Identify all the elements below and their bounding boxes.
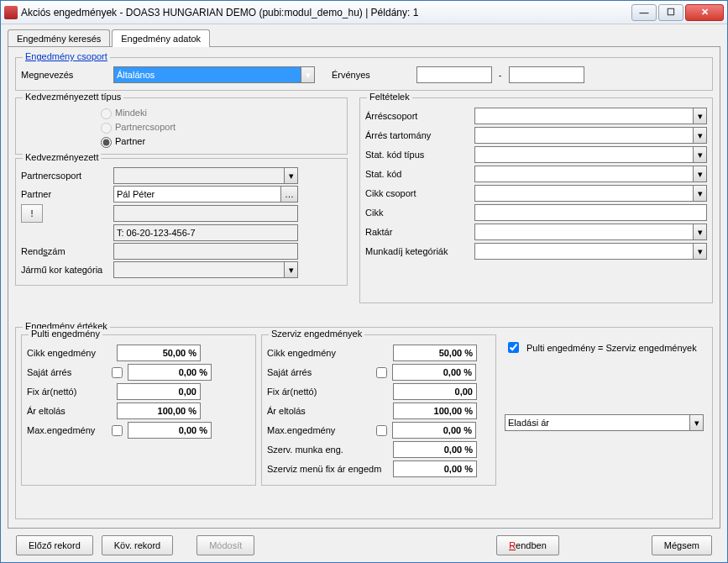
sz-fix-label: Fix ár(nettó) [267,387,393,397]
ervenyes-label: Érvényes [332,70,370,80]
sz-menu-label: Szerviz menü fix ár engedm [267,464,393,474]
cond-cikk-label: Cikk [365,208,474,218]
chevron-down-icon: ▾ [689,415,703,430]
partner-extra [113,205,298,222]
pulti-eltolas-input[interactable]: 100,00 % [117,403,201,419]
ok-button[interactable]: Rendben [496,535,559,555]
group-discount-values: Engedmény értékek Pulti engedmény Cikk e… [15,327,713,519]
app-icon [4,6,18,19]
partner-field[interactable]: Pál Péter … [113,186,298,203]
minimize-button[interactable]: — [631,4,657,21]
group-discount-group: Engedmény csoport Megnevezés Általános ▾… [15,57,713,91]
tab-data[interactable]: Engedmény adatok [112,29,210,47]
cond-arrescsoport-label: Árréscsoport [365,111,474,121]
button-bar: Előző rekord Köv. rekord Módosít Rendben… [8,529,720,562]
cond-statkod-combo[interactable]: ▾ [474,166,707,182]
cond-statkodtipus-label: Stat. kód típus [365,150,474,160]
equal-checkbox[interactable] [508,342,519,353]
group-beneficiary-type: Kedvezményezett típus Mindeki Partnercso… [15,97,348,155]
beneficiary-type-legend: Kedvezményezett típus [23,92,123,102]
pulti-cikk-label: Cikk engedmény [27,348,107,358]
tab-search[interactable]: Engedmény keresés [8,29,110,47]
cond-cikkcsop-combo[interactable]: ▾ [474,185,707,202]
jarmu-label: Jármű kor kategória [21,265,113,275]
sz-max-chk[interactable] [376,425,387,436]
radio-partnercsoport[interactable]: Partnercsoport [97,120,342,134]
titlebar: Akciós engedmények - DOAS3 HUNGARIAN DEM… [1,1,727,24]
pulti-sajat-chk[interactable] [112,367,123,378]
sz-munka-label: Szerv. munka eng. [267,445,393,455]
megnevezes-combo[interactable]: Általános ▾ [113,66,315,83]
chevron-down-icon: ▾ [284,168,297,183]
chevron-down-icon: ▾ [284,262,297,277]
cond-raktar-combo[interactable]: ▾ [474,224,707,240]
sz-sajat-input[interactable]: 0,00 % [392,364,476,381]
sz-menu-input[interactable]: 0,00 % [393,460,477,477]
pulti-cikk-input[interactable]: 50,00 % [117,345,201,361]
eladasi-ar-combo[interactable]: Eladási ár ▾ [505,414,704,431]
group-pulti: Pulti engedmény Cikk engedmény50,00 % Sa… [21,334,256,486]
cond-raktar-label: Raktár [365,227,474,237]
pulti-fix-label: Fix ár(nettó) [27,387,107,397]
rendszam-label: Rendszám [21,246,113,256]
pulti-fix-input[interactable]: 0,00 [117,383,201,400]
pulti-sajat-label: Saját árrés [27,367,107,377]
cancel-button[interactable]: Mégsem [652,535,712,555]
pulti-eltolas-label: Ár eltolás [27,406,107,416]
chevron-down-icon: ▾ [693,108,706,124]
partner-label: Partner [21,189,113,199]
pulti-max-input[interactable]: 0,00 % [128,422,212,439]
cond-arres-tart-label: Árrés tartomány [365,130,474,140]
pulti-max-chk[interactable] [112,425,123,436]
group-conditions: Feltételek Árréscsoport▾ Árrés tartomány… [359,97,713,303]
sz-eltolas-input[interactable]: 100,00 % [393,403,477,419]
close-button[interactable]: ✕ [685,4,724,21]
ellipsis-icon[interactable]: … [280,187,297,202]
ervenyes-from[interactable] [416,66,492,83]
sz-fix-input[interactable]: 0,00 [393,383,477,400]
pulti-legend: Pulti engedmény [29,329,102,339]
modify-button[interactable]: Módosít [196,535,254,555]
tabs: Engedmény keresés Engedmény adatok [8,29,720,47]
jarmu-combo[interactable]: ▾ [113,261,298,278]
sz-cikk-label: Cikk engedmény [267,348,393,358]
chevron-down-icon: ▾ [693,166,706,182]
cond-statkodtipus-combo[interactable]: ▾ [474,146,707,163]
equal-checkbox-label: Pulti engedmény = Szerviz engedmények [526,343,697,353]
radio-partner[interactable]: Partner [97,134,342,148]
chevron-down-icon: ▾ [301,67,314,82]
exclamation-button[interactable]: ! [21,204,43,223]
partner-value: Pál Péter [117,189,155,199]
partnercsoport-combo[interactable]: ▾ [113,167,298,184]
prev-record-button[interactable]: Előző rekord [16,535,93,555]
chevron-down-icon: ▾ [693,244,706,259]
ervenyes-to[interactable] [509,66,584,83]
sz-eltolas-label: Ár eltolás [267,406,393,416]
maximize-button[interactable]: ☐ [658,4,683,21]
partner-phone: T: 06-20-123-456-7 [113,224,298,241]
cond-arrescsoport-combo[interactable]: ▾ [474,108,707,124]
next-record-button[interactable]: Köv. rekord [102,535,173,555]
window-title: Akciós engedmények - DOAS3 HUNGARIAN DEM… [21,7,631,18]
tab-panel: Engedmény csoport Megnevezés Általános ▾… [8,46,720,529]
cond-cikkcsop-label: Cikk csoport [365,188,474,198]
rendszam-field[interactable] [113,243,298,260]
megnevezes-label: Megnevezés [21,70,113,80]
sz-sajat-chk[interactable] [376,367,387,378]
sz-sajat-label: Saját árrés [267,367,393,377]
group-legend: Engedmény csoport [23,51,110,61]
partnercsoport-label: Partnercsoport [21,171,113,181]
cond-cikk-field[interactable] [474,204,707,221]
cond-munkadij-label: Munkadíj ketegóriák [365,246,474,256]
cond-arres-tart-combo[interactable]: ▾ [474,127,707,144]
conditions-legend: Feltételek [367,92,412,102]
sz-munka-input[interactable]: 0,00 % [393,441,477,458]
cond-munkadij-combo[interactable]: ▾ [474,243,707,260]
sz-max-input[interactable]: 0,00 % [392,422,476,439]
sz-cikk-input[interactable]: 50,00 % [393,345,477,361]
radio-mindenki[interactable]: Mindeki [97,106,342,119]
pulti-sajat-input[interactable]: 0,00 % [128,364,212,381]
equal-checkbox-row[interactable]: Pulti engedmény = Szerviz engedmények [505,339,704,355]
chevron-down-icon: ▾ [693,147,706,162]
szerviz-legend: Szerviz engedmények [269,329,364,339]
